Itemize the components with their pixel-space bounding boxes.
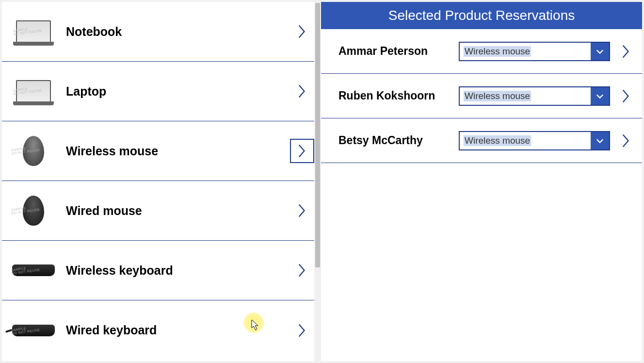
product-row-wired-keyboard[interactable]: SAMPLEDO NOT REUSE Wired keyboard [2,300,314,360]
product-thumb-wired-mouse: SAMPLEDO NOT REUSE [11,192,56,230]
chevron-right-icon [295,83,309,99]
product-select-value: Wireless mouse [460,43,591,60]
chevron-down-icon[interactable] [591,87,609,105]
reservation-row: Ammar Peterson Wireless mouse [321,29,642,74]
reservation-name: Betsy McCarthy [338,134,450,147]
chevron-right-icon [295,323,309,338]
chevron-right-icon[interactable] [619,88,633,104]
product-thumb-laptop: SAMPLEDO NOT REUSE [11,72,56,110]
reservation-name: Ammar Peterson [338,45,450,58]
product-label: Notebook [66,25,295,39]
chevron-down-icon[interactable] [591,132,609,149]
product-list-panel: SAMPLEDO NOT REUSE Notebook SAMPLEDO NOT… [2,2,314,361]
product-label: Wired keyboard [66,323,295,337]
product-select[interactable]: Wireless mouse [459,42,610,61]
chevron-down-icon[interactable] [591,43,609,60]
product-thumb-notebook: SAMPLEDO NOT REUSE [11,13,56,50]
product-label: Laptop [66,84,295,99]
scrollbar-thumb[interactable] [315,3,320,267]
product-thumb-wireless-mouse: SAMPLEDO NOT REUSE [11,132,56,170]
product-thumb-wired-keyboard: SAMPLEDO NOT REUSE [11,312,56,349]
reservations-header: Selected Product Reservations [321,2,642,29]
product-select[interactable]: Wireless mouse [459,86,610,106]
product-select[interactable]: Wireless mouse [459,131,610,150]
reservation-row: Betsy McCarthy Wireless mouse [321,118,642,163]
chevron-right-icon [295,24,309,39]
product-thumb-wireless-keyboard: SAMPLEDO NOT REUSE [11,251,56,289]
chevron-right-icon[interactable] [619,133,633,148]
product-row-wired-mouse[interactable]: SAMPLEDO NOT REUSE Wired mouse [2,181,314,241]
product-select-value: Wireless mouse [460,132,591,149]
product-row-wireless-mouse[interactable]: SAMPLEDO NOT REUSE Wireless mouse [2,121,314,181]
chevron-right-icon[interactable] [619,44,633,59]
chevron-right-icon [295,203,309,218]
reservation-name: Ruben Kokshoorn [338,89,450,102]
product-row-wireless-keyboard[interactable]: SAMPLEDO NOT REUSE Wireless keyboard [2,241,314,300]
product-select-value: Wireless mouse [460,87,591,105]
product-label: Wireless mouse [66,144,309,158]
chevron-right-icon-selected [290,139,314,163]
chevron-right-icon [295,263,309,278]
product-label: Wireless keyboard [66,264,295,278]
reservations-panel: Selected Product Reservations Ammar Pete… [321,2,642,361]
product-row-laptop[interactable]: SAMPLEDO NOT REUSE Laptop [2,62,314,121]
product-row-notebook[interactable]: SAMPLEDO NOT REUSE Notebook [2,2,314,62]
reservation-row: Ruben Kokshoorn Wireless mouse [321,74,642,118]
vertical-scrollbar[interactable] [314,2,321,361]
product-label: Wired mouse [66,204,295,218]
